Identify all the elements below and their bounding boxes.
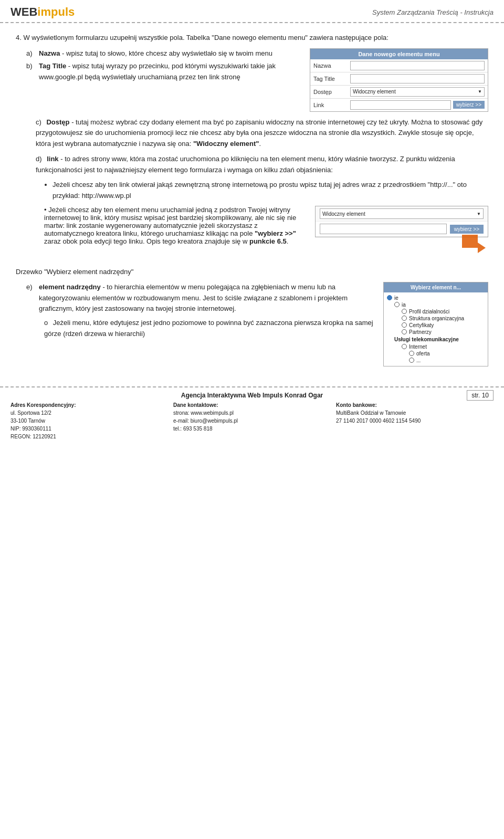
tree-title: Wybierz element n... [384,282,488,292]
footer-bank-title: Konto bankowe: [336,402,494,408]
footer-bank-line1: MultiBank Oddział w Tarnowie [336,409,494,417]
footer-address-line3: NIP: 9930360111 [10,425,168,433]
tree-item-ia: ia [394,301,485,308]
tree-group-uslugi: Usługi telekomunikacyjne [394,337,485,342]
tree-item-certyfikaty: Certyfikaty [402,322,485,329]
footer-page: str. 10 [467,390,494,401]
form-row-tagtitle: Tag Title [310,72,488,86]
footer-contact-title: Dane kontaktowe: [173,402,331,408]
section4-intro: 4. W wyświetlonym formularzu uzupełnij w… [16,33,488,43]
footer-address-line4: REGON: 12120921 [10,433,168,441]
main-content: 4. W wyświetlonym formularzu uzupełnij w… [0,23,504,376]
tree-radio-partnerzy[interactable] [402,329,407,334]
drzewko-text: e) element nadrzędny - to hierarchia ele… [16,282,375,366]
item-b-content: Tag Title - wpisz tutaj wyrazy po przeci… [39,61,299,83]
tree-sub-group: Profil działalności Struktura organizacy… [402,308,485,335]
logo-web: WEB [10,5,37,18]
drzewko-section: e) element nadrzędny - to hierarchia ele… [16,282,488,366]
footer-agency: Agencja Interaktywna Web Impuls Konrad O… [181,392,323,399]
footer-bank-line2: 27 1140 2017 0000 4602 1154 5490 [336,417,494,425]
tree-item-internet: Internet [402,343,485,350]
tree-group-1: ia Profil działalności Struktura organiz… [394,301,485,364]
tree-item-oferta: oferta [409,350,485,357]
footer-contact-line2: e-mail: biuro@webimpuls.pl [173,417,331,425]
footer-contact-line3: tel.: 693 535 818 [173,425,331,433]
wybierz-button-1[interactable]: wybierz >> [453,101,485,109]
item-e-label: e) [26,282,36,314]
item-o: o Jeżeli menu, które edytujesz jest jedn… [16,318,375,340]
dostep-select[interactable]: Widoczny element [350,87,485,97]
item-o-label: o [44,319,48,327]
footer-contact-line1: strona: www.webimpuls.pl [173,409,331,417]
form-row-link: Link wybierz >> [310,99,488,111]
arrow-icon [457,232,488,258]
item-c-label: c) [36,118,41,126]
item-b-label: b) [26,61,36,83]
tree-radio-more[interactable] [409,358,414,363]
tree-radio-ia[interactable] [394,302,400,307]
tree-radio-oferta[interactable] [409,351,414,356]
item-c: c) Dostęp - tutaj możesz wybrać czy doda… [16,117,488,150]
tree-item-more: ... [409,357,485,364]
logo-impuls: impuls [37,5,75,18]
tree-uslugi-group: Internet oferta ... [402,343,485,364]
tree-radio-selected[interactable] [387,295,392,300]
tree-mockup: Wybierz element n... ie ia [383,282,488,366]
footer-cols: Adres Korespondencyjny: ul. Sportowa 12/… [10,402,494,441]
header-title: System Zarządzania Treścią - Instrukcja [372,8,494,16]
arrow-indicator [315,232,488,258]
top-section: a) Nazwa - wpisz tutaj to słowo, które c… [16,48,488,112]
footer-address-line2: 33-100 Tarnów [10,417,168,425]
bullet-list: Jeżeli chcesz aby ten link otwierał jaką… [16,180,488,202]
top-text: a) Nazwa - wpisz tutaj to słowo, które c… [16,48,299,112]
page-footer: Agencja Interaktywna Web Impuls Konrad O… [0,386,504,444]
form-title: Dane nowego elementu menu [310,49,488,59]
tree-item-root: ie [387,295,485,301]
drzewko-heading: Drzewko "Wybierz element nadrzędny" [16,267,488,278]
tree-radio-struktura[interactable] [402,316,407,321]
tree-body: ie ia Profil działalności [384,292,488,366]
dostep-select-2[interactable]: Widoczny element [320,208,484,219]
tree-radio-profil[interactable] [402,309,407,314]
item-e-content: element nadrzędny - to hierarchia elemen… [39,282,375,314]
drzewko-container: Drzewko "Wybierz element nadrzędny" e) e… [16,267,488,366]
bullet-2-text: • Jeżeli chcesz aby ten element menu uru… [44,206,307,258]
footer-address-line1: ul. Sportowa 12/2 [10,409,168,417]
tree-item-profil: Profil działalności [402,308,485,315]
tree-radio-internet[interactable] [402,344,407,349]
bullet-1: Jeżeli chcesz aby ten link otwierał jaką… [52,180,488,202]
item-a-label: a) [26,48,36,59]
footer-address-title: Adres Korespondencyjny: [10,402,168,408]
form2-select-row: Widoczny element [316,206,488,222]
tree-item-struktura: Struktura organizacyjna [402,315,485,322]
form-row-nazwa: Nazwa [310,59,488,72]
item-a-content: Nazwa - wpisz tutaj to słowo, które chce… [39,48,272,59]
form-mockup-2: Widoczny element wybierz >> [315,206,488,258]
footer-top: Agencja Interaktywna Web Impuls Konrad O… [10,392,494,399]
logo: WEBimpuls [10,5,75,19]
tree-item-partnerzy: Partnerzy [402,329,485,335]
footer-col-contact: Dane kontaktowe: strona: www.webimpuls.p… [173,402,331,441]
footer-col-bank: Konto bankowe: MultiBank Oddział w Tarno… [336,402,494,441]
form-row-dostep: Dostęp Widoczny element [310,86,488,99]
item-d-label: d) [36,155,42,163]
tree-radio-certyfikaty[interactable] [402,322,407,328]
footer-col-address: Adres Korespondencyjny: ul. Sportowa 12/… [10,402,168,441]
item-d-intro: d) link - to adres strony www, która ma … [16,154,488,176]
bullet-2-container: • Jeżeli chcesz aby ten element menu uru… [16,206,488,258]
page-header: WEBimpuls System Zarządzania Treścią - I… [0,0,504,23]
form-mockup-1: Dane nowego elementu menu Nazwa Tag Titl… [310,48,488,112]
tree-internet-group: oferta ... [409,350,485,364]
